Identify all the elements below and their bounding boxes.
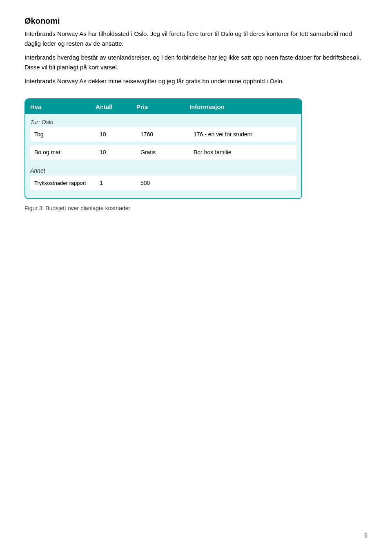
paragraph-2: Interbrands hverdag består av utenlandsr… [24,53,368,72]
cell-hva-tog: Tog [34,131,100,138]
paragraph-1: Interbrands Norway As har tilholdssted i… [24,29,368,49]
cell-antall-trykkostnader: 1 [100,180,140,186]
section2-label: Annet [30,167,45,174]
cell-antall-bomat: 10 [100,149,140,156]
col-header-hva: Hva [30,103,96,110]
budget-table: Hva Antall Pris Informasjon Tur: Oslo To… [24,98,302,199]
cell-pris-bomat: Gratis [140,149,194,156]
section1-label-row: Tur: Oslo [30,114,296,127]
figure-caption: Figur 3; Budsjett over planlagte kostnad… [24,205,368,211]
table-row: Trykkostnader rapport 1 500 [30,176,296,190]
page-number: 6 [364,532,368,539]
cell-info-bomat: Bor hos familie [194,149,292,156]
cell-pris-tog: 1760 [140,131,194,138]
cell-pris-trykkostnader: 500 [140,180,194,186]
table-header-row: Hva Antall Pris Informasjon [25,99,301,114]
paragraph-3: Interbrands Norway As dekker mine reisea… [24,76,368,86]
col-header-informasjon: Informasjon [189,103,296,110]
table-row: Tog 10 1760 176,- en vei for student [30,127,296,142]
cell-antall-tog: 10 [100,131,140,138]
section-title: Økonomi [24,16,368,26]
cell-hva-bomat: Bo og mat [34,149,100,156]
col-header-pris: Pris [136,103,189,110]
table-row: Bo og mat 10 Gratis Bor hos familie [30,145,296,160]
table-body: Tur: Oslo Tog 10 1760 176,- en vei for s… [25,114,301,198]
cell-hva-trykkostnader: Trykkostnader rapport [34,180,100,186]
col-header-antall: Antall [96,103,136,110]
section1-label: Tur: Oslo [30,119,53,125]
section2-label-row: Annet [30,163,296,176]
cell-info-tog: 176,- en vei for student [194,131,292,138]
